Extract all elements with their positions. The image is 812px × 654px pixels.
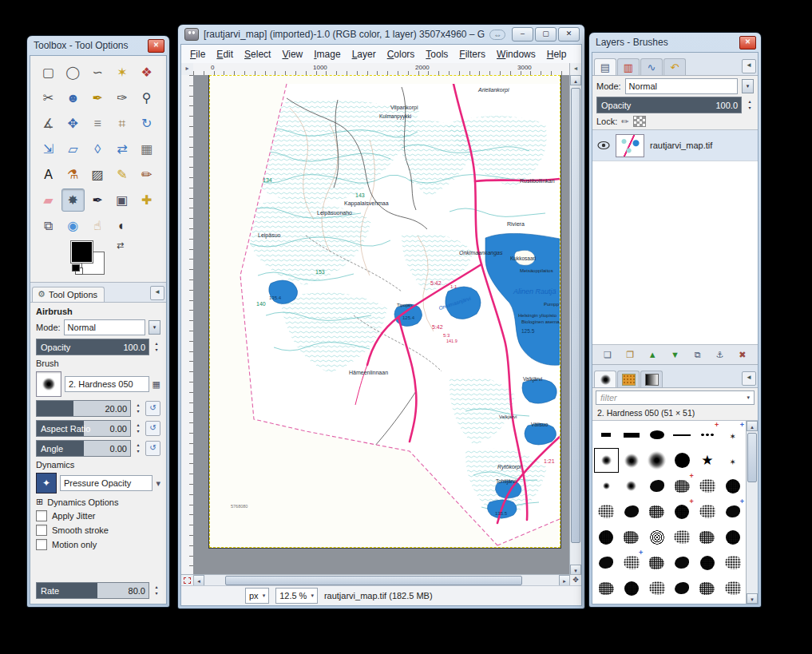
menu-edit[interactable]: Edit <box>211 46 239 62</box>
h-scroll-thumb[interactable] <box>225 576 522 585</box>
brush-blob[interactable] <box>594 550 619 575</box>
mode-dropdown-arrow-icon[interactable]: ▾ <box>149 320 160 335</box>
brush-tex2[interactable] <box>594 499 619 524</box>
dynamics-selector-icon[interactable]: ▾ <box>156 478 160 489</box>
tool-perspective[interactable]: ◊ <box>86 137 109 161</box>
tool-shear[interactable]: ▱ <box>61 137 85 161</box>
scroll-right-icon[interactable]: ▸ <box>559 575 570 586</box>
tool-blend[interactable]: ▨ <box>86 163 109 186</box>
visibility-eye-icon[interactable] <box>597 141 610 150</box>
menu-tools[interactable]: Tools <box>420 46 454 62</box>
brush-spark[interactable] <box>720 448 745 473</box>
brush-scroll-thumb[interactable] <box>747 433 757 482</box>
vertical-scrollbar[interactable]: ▴ ▾ <box>569 75 581 575</box>
brush-fz-md[interactable] <box>620 448 644 473</box>
brush-name-box[interactable]: 2. Hardness 050 <box>65 376 149 392</box>
canvas[interactable]: ArieliankorpiVilpankorpiKulmanpyykkiRust… <box>193 75 570 575</box>
tool-select-by-color[interactable]: ❖ <box>135 61 158 84</box>
quick-mask-toggle[interactable] <box>181 574 194 586</box>
checkbox-apply-jitter[interactable]: Apply Jitter <box>36 510 160 521</box>
tool-bucket-fill[interactable]: ⚗ <box>61 163 85 186</box>
close-icon[interactable]: ✕ <box>739 36 756 50</box>
close-button[interactable]: ✕ <box>558 27 580 42</box>
brush-line[interactable] <box>670 422 695 447</box>
tool-zoom[interactable]: ⚲ <box>135 86 158 109</box>
v-ruler[interactable] <box>181 75 194 575</box>
h-ruler[interactable]: 0100020003000 <box>193 63 570 76</box>
checkbox-smooth-stroke[interactable]: Smooth stroke <box>36 525 160 536</box>
brush-dots[interactable]: + <box>695 422 720 447</box>
layer-mode-arrow-icon[interactable]: ▾ <box>742 79 754 93</box>
angle-spin-buttons[interactable]: ▴▾ <box>134 442 142 455</box>
panel-menu-arrow-icon[interactable]: ◄ <box>742 59 756 73</box>
brush-tex2[interactable] <box>720 550 745 575</box>
opacity-spin-buttons[interactable]: ▴▾ <box>152 341 160 354</box>
delete-layer-button[interactable]: ✖ <box>734 347 751 363</box>
brush-tex3[interactable] <box>695 550 720 575</box>
mode-select[interactable]: Normal <box>64 319 145 335</box>
brush-tex2[interactable] <box>644 576 669 600</box>
brush-blob[interactable] <box>644 474 669 498</box>
brush-ellipse[interactable] <box>644 422 669 447</box>
tool-free-select[interactable]: ∽ <box>86 61 109 84</box>
tool-airbrush[interactable]: ✸ <box>61 188 85 212</box>
v-scroll-thumb[interactable] <box>571 88 580 543</box>
raise-layer-button[interactable]: ▲ <box>644 347 661 363</box>
brush-thumbnail-button[interactable] <box>36 371 61 397</box>
menu-image[interactable]: Image <box>308 46 346 62</box>
dynamics-icon[interactable]: ✦ <box>36 473 57 493</box>
brush-bar-sm[interactable] <box>594 422 619 447</box>
brush-tex2[interactable] <box>695 474 720 498</box>
checkbox-motion-only[interactable]: Motion only <box>36 539 160 550</box>
new-layer-button[interactable]: ❏ <box>599 347 616 363</box>
tool-scale[interactable]: ⇲ <box>37 137 60 161</box>
ruler-corner-button[interactable]: ▸ <box>181 63 194 76</box>
tool-heal[interactable]: ✚ <box>135 188 158 212</box>
dynamics-options-expander[interactable]: ⊞ Dynamics Options <box>36 497 160 507</box>
layers-titlebar[interactable]: Layers - Brushes ✕ <box>589 33 761 51</box>
brush-tex1[interactable] <box>594 576 619 600</box>
menu-file[interactable]: File <box>184 46 211 62</box>
brush-filter-input[interactable]: filter ▾ <box>596 390 755 405</box>
tool-perspective-clone[interactable]: ⧉ <box>37 214 60 237</box>
layer-mode-select[interactable]: Normal <box>625 78 738 94</box>
panel-menu-arrow-icon[interactable]: ◄ <box>742 371 756 386</box>
tool-paths[interactable]: ✒ <box>86 86 109 109</box>
brush-tex3[interactable] <box>720 474 745 498</box>
tool-flip[interactable]: ⇄ <box>110 137 133 161</box>
brush-fz-lg[interactable] <box>644 448 669 473</box>
tool-text[interactable]: A <box>37 163 60 186</box>
tool-move[interactable]: ✥ <box>61 112 85 135</box>
unit-select[interactable]: px ▾ <box>245 588 269 604</box>
lock-alpha-icon[interactable] <box>633 116 646 127</box>
new-group-button[interactable]: ❐ <box>621 347 639 363</box>
rate-spin-buttons[interactable]: ▴▾ <box>152 585 160 597</box>
brush-fz-sm[interactable] <box>594 448 619 473</box>
size-slider[interactable]: 20.00 <box>36 400 131 417</box>
tab-gradients[interactable] <box>640 371 663 387</box>
size-reset-icon[interactable]: ↺ <box>145 401 160 416</box>
tool-rotate[interactable]: ↻ <box>135 112 158 135</box>
brush-scrollbar[interactable]: ▴ ▾ <box>746 421 758 604</box>
brush-blob[interactable] <box>620 499 644 524</box>
menu-select[interactable]: Select <box>239 46 276 62</box>
horizontal-scrollbar[interactable]: ◂ ▸ <box>193 574 570 586</box>
brush-spark[interactable]: + <box>720 422 745 447</box>
brush-fz-xs[interactable] <box>594 474 619 498</box>
tab-tool-options[interactable]: ⚙ Tool Options <box>32 287 105 302</box>
tab-brushes[interactable] <box>594 371 616 387</box>
menu-colors[interactable]: Colors <box>382 46 421 62</box>
menu-filters[interactable]: Filters <box>454 46 491 62</box>
brush-tex2[interactable] <box>720 576 745 600</box>
tab-channels[interactable]: ▥ <box>617 58 640 75</box>
aspect-reset-icon[interactable]: ↺ <box>145 421 160 436</box>
maximize-button[interactable]: ▢ <box>535 27 557 42</box>
tool-dodge-burn[interactable]: ◐ <box>110 214 133 237</box>
layer-opacity-slider[interactable]: Opacity 100.0 <box>596 97 742 113</box>
tool-eraser[interactable]: ▰ <box>37 188 60 212</box>
tool-rectangle-select[interactable]: ▢ <box>37 61 60 84</box>
brush-tex1[interactable] <box>695 576 720 600</box>
tool-pencil[interactable]: ✎ <box>110 163 133 186</box>
menu-help[interactable]: Help <box>541 46 572 62</box>
navigation-button[interactable]: ✥ <box>569 574 581 586</box>
